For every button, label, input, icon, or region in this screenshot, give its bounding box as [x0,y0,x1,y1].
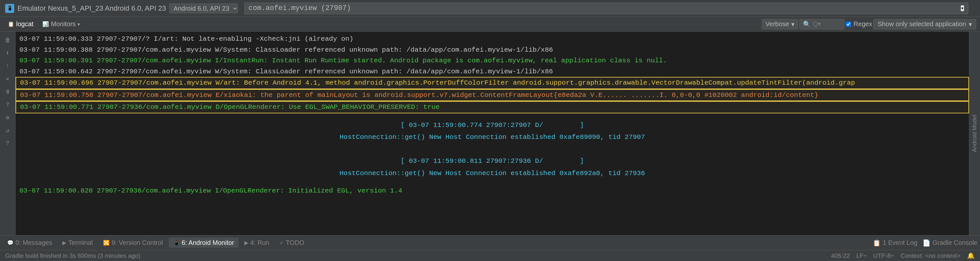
monitors-arrow: ▾ [78,22,80,27]
status-encoding: UTF-8÷ [873,252,894,259]
center-block-2: [ 03-07 11:59:00.811 27907:27936 D/ ] Ho… [16,149,969,185]
center-block-2-line1: [ 03-07 11:59:00.811 27907:27936 D/ ] [16,155,969,167]
event-log-btn[interactable]: 📋 1 Event Log [873,239,917,247]
gradle-console-btn[interactable]: 📄 Gradle Console [923,239,977,247]
show-selected-area[interactable]: Show only selected application ▾ [873,19,976,29]
run-icon: ▶ [244,240,248,246]
regex-label: Regex [854,20,872,28]
center-block-2-line2: HostConnection::get() New Host Connectio… [16,167,969,180]
logcat-label: logcat [16,20,33,28]
version-control-label: 9: Version Control [111,239,163,247]
status-left: Gradle build finished in 3s 600ms (3 min… [5,252,140,259]
log-line-7: 03-07 11:59:00.771 27907-27936/com.aofei… [16,101,969,113]
bottom-tab-run[interactable]: ▶ 4: Run [240,238,274,248]
bottom-tab-version-control[interactable]: 🔀 9: Version Control [99,238,167,248]
sidebar-btn-scroll-end[interactable]: ⬇ [2,47,14,59]
tab-monitors[interactable]: 📊 Monitors ▾ [38,19,84,29]
gradle-console-icon: 📄 [923,239,931,247]
title-bar: 📱 Emulator Nexus_5_API_23 Android 6.0, A… [0,0,980,17]
package-dropdown-btn[interactable]: ▾ [961,5,964,11]
log-line-5: 03-07 11:59:00.696 27907-27907/com.aofei… [16,77,969,89]
bottom-tab-todo[interactable]: ✓ TODO [275,238,309,248]
bottom-right-area: 📋 1 Event Log 📄 Gradle Console [873,239,977,247]
sidebar-btn-restart[interactable]: ↺ [2,125,14,136]
sidebar-btn-clear[interactable]: 🗑 [2,34,14,46]
version-control-icon: 🔀 [103,240,110,246]
android-model-label: Android Model [971,115,978,152]
package-bar: com.aofei.myview (27907) ▾ [244,3,968,14]
sidebar-btn-help[interactable]: ? [2,99,14,110]
main-area: 🗑 ⬇ ↑ ✕ ⏸ ? ⚙ ↺ ? 03-07 11:59:00.333 279… [0,32,980,235]
center-block-1: [ 03-07 11:59:00.774 27907:27907 D/ ] Ho… [16,113,969,150]
package-text: com.aofei.myview (27907) [248,4,351,12]
todo-label: TODO [286,239,304,247]
center-block-1-line2: HostConnection::get() New Host Connectio… [16,131,969,143]
api-dropdown[interactable]: Android 6.0, API 23 [169,3,238,13]
status-bell-icon: 🔔 [967,252,975,259]
sidebar-btn-settings[interactable]: ⚙ [2,112,14,123]
bottom-tabs: 💬 0: Messages ▶ Terminal 🔀 9: Version Co… [0,235,980,250]
log-line-last: 03-07 11:59:00.820 27907-27936/com.aofei… [16,185,969,196]
monitors-label: Monitors [51,20,76,28]
verbose-dropdown[interactable]: Verbose ▾ [762,19,798,29]
log-line-2: 03-07 11:59:00.388 27907-27907/com.aofei… [16,45,969,56]
log-line-4: 03-07 11:59:00.642 27907-27907/com.aofei… [16,66,969,77]
show-selected-label: Show only selected application [878,20,966,28]
android-monitor-icon: 📱 [173,240,180,246]
event-log-icon: 📋 [873,239,881,247]
bottom-tab-messages[interactable]: 💬 0: Messages [3,238,57,248]
terminal-icon: ▶ [62,240,66,246]
logcat-icon: 📋 [8,21,14,27]
todo-icon: ✓ [280,240,284,246]
log-line-3: 03-07 11:59:00.391 27907-27907/com.aofei… [16,55,969,66]
center-block-1-line1: [ 03-07 11:59:00.774 27907:27907 D/ ] [16,119,969,132]
search-icon: 🔍 [803,20,811,28]
status-position: 405:22 [831,252,850,259]
verbose-label: Verbose [765,20,789,28]
log-area[interactable]: 03-07 11:59:00.333 27907-27907/? I/art: … [16,32,969,235]
search-input[interactable] [813,20,839,28]
tab-logcat[interactable]: 📋 logcat [4,19,37,29]
right-sidebar: Android Model [969,32,980,235]
regex-area: Regex [846,20,872,28]
messages-icon: 💬 [7,240,14,246]
status-context: Context: <no context> [900,252,961,259]
gradle-console-label: Gradle Console [932,239,977,247]
status-bar: Gradle build finished in 3s 600ms (3 min… [0,250,980,261]
show-selected-arrow: ▾ [969,20,972,28]
regex-checkbox[interactable] [846,22,851,27]
messages-label: 0: Messages [16,239,52,247]
sidebar-btn-pause[interactable]: ⏸ [2,86,14,97]
bottom-tab-android-monitor[interactable]: 📱 6: Android Monitor [169,238,239,248]
left-sidebar: 🗑 ⬇ ↑ ✕ ⏸ ? ⚙ ↺ ? [0,32,16,235]
android-monitor-label: 6: Android Monitor [181,239,234,247]
log-line-6: 03-07 11:59:00.758 27907-27907/com.aofei… [16,89,969,102]
log-line-1: 03-07 11:59:00.333 27907-27907/? I/art: … [16,33,969,45]
terminal-label: Terminal [68,239,93,247]
status-lf: LF÷ [856,252,867,259]
sidebar-btn-up[interactable]: ↑ [2,60,14,72]
toolbar: 📋 logcat 📊 Monitors ▾ Verbose ▾ 🔍 Regex … [0,17,980,32]
bottom-tab-terminal[interactable]: ▶ Terminal [58,238,97,248]
status-right: 405:22 LF÷ UTF-8÷ Context: <no context> … [831,252,975,259]
sidebar-btn-question[interactable]: ? [2,138,14,149]
monitors-icon: 📊 [42,21,49,27]
sidebar-btn-filter[interactable]: ✕ [2,73,14,84]
verbose-arrow: ▾ [791,20,794,28]
search-box[interactable]: 🔍 [799,19,845,29]
emulator-icon: 📱 [5,4,14,13]
title-text: Emulator Nexus_5_API_23 Android 6.0, API… [18,4,166,13]
event-log-label: 1 Event Log [883,239,917,247]
run-label: 4: Run [250,239,269,247]
